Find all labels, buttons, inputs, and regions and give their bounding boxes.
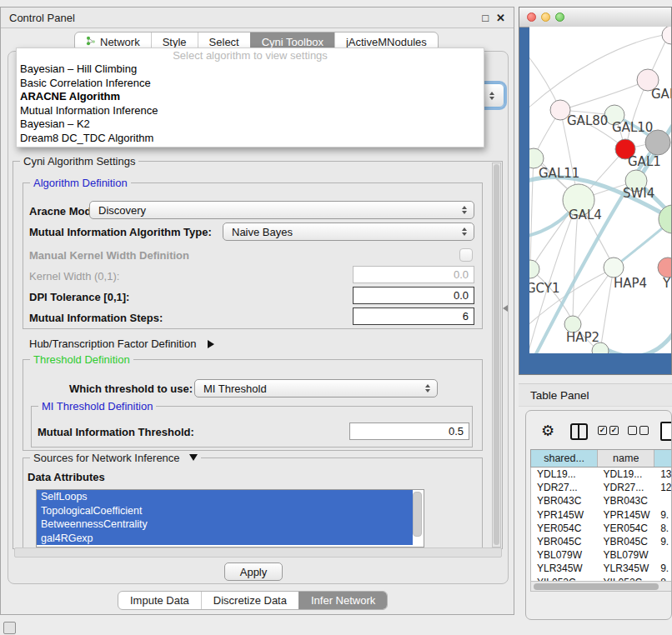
tab-label: Cyni Toolbox: [262, 36, 323, 48]
node-label-hap4: HAP4: [614, 276, 647, 291]
network-window-titlebar: [519, 8, 671, 28]
algorithm-option-basic-correlation-inference[interactable]: Basic Correlation Inference: [17, 77, 484, 91]
attribute-item-gal4rgexp[interactable]: gal4RGexp: [37, 532, 413, 546]
column-header-shared[interactable]: shared...: [531, 450, 597, 467]
combo-arrows-icon: [462, 228, 467, 236]
algorithm-option-dream8-dc-tdc-algorithm[interactable]: Dream8 DC_TDC Algorithm: [17, 132, 484, 146]
close-traffic-light-icon[interactable]: [527, 12, 536, 22]
control-panel-window: Control Panel □ ✕ NetworkStyleSelectCyni…: [0, 7, 514, 615]
table-panel-window: ⚙✓✓ shared...name YDL19...YDL19...13YDR2…: [525, 410, 672, 620]
gear-icon[interactable]: ⚙: [541, 422, 554, 440]
dpi-tolerance-field[interactable]: [353, 287, 474, 304]
table-hscroll-thumb[interactable]: [534, 583, 659, 590]
table-horizontal-scrollbar[interactable]: [530, 581, 672, 592]
node-label-gal80: GAL80: [567, 113, 608, 128]
mi-threshold-label: Mutual Information Threshold:: [38, 426, 194, 438]
table-cell: YDR27...: [598, 482, 655, 493]
node-top-partial[interactable]: [662, 27, 672, 44]
table-cell: YBR043C: [531, 495, 598, 507]
table-row[interactable]: YBR043CYBR043C: [531, 494, 672, 508]
settings-group-title: Cyni Algorithm Settings: [20, 155, 138, 168]
table-cell: 9.: [654, 562, 672, 574]
aracne-mode-combo[interactable]: Discovery: [89, 201, 474, 219]
which-threshold-label: Which threshold to use:: [69, 382, 193, 395]
algorithm-option-bayesian-k2[interactable]: Bayesian – K2: [17, 118, 484, 132]
manual-kernel-width-checkbox[interactable]: [459, 248, 473, 262]
table-cell: YBL079W: [531, 549, 598, 561]
table-row[interactable]: YDR27...YDR27...12: [531, 481, 672, 494]
table-cell: YLR345W: [598, 562, 655, 574]
table-cell: 9.: [654, 509, 672, 521]
mi-threshold-field[interactable]: [349, 422, 469, 440]
table-row[interactable]: YBR045CYBR045C9.: [531, 535, 672, 548]
algorithm-option-mutual-information-inference[interactable]: Mutual Information Inference: [17, 104, 484, 118]
tab-discretize-data[interactable]: Discretize Data: [201, 592, 298, 609]
splitter-collapse-icon[interactable]: [503, 305, 508, 312]
hub-section-toggle[interactable]: Hub/Transcription Factor Definition: [29, 338, 214, 350]
mi-steps-field[interactable]: [353, 308, 474, 325]
data-attributes-list[interactable]: SelfLoopsTopologicalCoefficientBetweenne…: [36, 489, 424, 548]
attributes-scrollbar-thumb[interactable]: [413, 492, 422, 537]
kernel-width-field[interactable]: [353, 266, 474, 283]
settings-scrollbar[interactable]: [492, 162, 501, 548]
table-row[interactable]: YLR345WYLR345W9.: [531, 562, 672, 575]
aracne-mode-value: Discovery: [98, 204, 146, 217]
apply-button[interactable]: Apply: [224, 562, 283, 581]
network-svg: GALGAL80GAL10GAL1GAL11SWI4GAL4GCY1HAP4YH…: [529, 27, 672, 353]
column-header-col3[interactable]: [654, 450, 672, 467]
table-row[interactable]: YDL19...YDL19...13: [531, 468, 672, 481]
node-hap4[interactable]: [604, 258, 624, 278]
sources-group-title[interactable]: Sources for Network Inference: [30, 452, 201, 464]
document-icon[interactable]: [660, 422, 672, 441]
table-cell: YBL079W: [598, 549, 655, 561]
expand-right-icon[interactable]: [208, 340, 214, 348]
attribute-item-betweennesscentrality[interactable]: BetweennessCentrality: [37, 518, 413, 532]
attribute-item-selfloops[interactable]: SelfLoops: [37, 490, 413, 504]
which-threshold-combo[interactable]: MI Threshold: [194, 379, 438, 398]
collapse-down-icon[interactable]: [189, 454, 198, 461]
zoom-traffic-light-icon[interactable]: [555, 12, 564, 22]
algorithm-option-bayesian-hill-climbing[interactable]: Bayesian – Hill Climbing: [17, 62, 484, 77]
table-row[interactable]: YBL079WYBL079W: [531, 548, 672, 562]
mi-algorithm-type-label: Mutual Information Algorithm Type:: [29, 226, 212, 238]
mi-algorithm-type-combo[interactable]: Naive Bayes: [223, 222, 474, 241]
tab-label: jActiveMNodules: [346, 36, 427, 48]
table-row[interactable]: YER054CYER054C8.: [531, 522, 672, 535]
algorithm-dropdown-placeholder: Select algorithm to view settings: [17, 48, 484, 62]
split-columns-icon[interactable]: [570, 423, 588, 440]
tab-label: Network: [100, 36, 140, 48]
combo-arrows-icon: [489, 92, 494, 100]
settings-scrollbar-thumb[interactable]: [494, 164, 499, 545]
manual-kernel-width-label: Manual Kernel Width Definition: [29, 249, 189, 262]
node-label-gcy1: GCY1: [529, 281, 560, 296]
control-panel-bottom-tabs: Impute DataDiscretize DataInfer Network: [118, 591, 388, 610]
table-cell: YDL19...: [598, 468, 655, 480]
select-all-icon[interactable]: ✓✓: [598, 426, 619, 435]
column-header-name[interactable]: name: [597, 450, 654, 467]
algorithm-option-aracne-algorithm[interactable]: ARACNE Algorithm: [17, 90, 484, 104]
attribute-item-topologicalcoefficient[interactable]: TopologicalCoefficient: [37, 504, 413, 518]
node-label-gal11: GAL11: [539, 166, 579, 181]
network-canvas[interactable]: GALGAL80GAL10GAL1GAL11SWI4GAL4GCY1HAP4YH…: [529, 27, 672, 353]
deselect-all-icon[interactable]: [628, 426, 649, 435]
maximize-icon[interactable]: □: [482, 12, 489, 24]
unchecked-box-icon: [639, 426, 649, 435]
node-label-gal4: GAL4: [569, 208, 602, 222]
table-toolbar: ⚙✓✓: [526, 421, 671, 442]
table-cell: 13: [654, 468, 672, 480]
table-cell: YER054C: [598, 522, 655, 534]
kernel-width-label: Kernel Width (0,1):: [29, 270, 119, 282]
algorithm-dropdown-popup: Select algorithm to view settings Bayesi…: [16, 48, 484, 148]
tab-infer-network[interactable]: Infer Network: [298, 592, 387, 609]
minimize-traffic-light-icon[interactable]: [541, 12, 550, 22]
tab-impute-data[interactable]: Impute Data: [118, 592, 201, 609]
node-salmon-node[interactable]: [658, 258, 672, 278]
table-body: YDL19...YDL19...13YDR27...YDR27...12YBR0…: [530, 468, 672, 581]
hub-section-label: Hub/Transcription Factor Definition: [29, 338, 196, 350]
collapsed-panel-icon[interactable]: [3, 622, 16, 634]
close-icon[interactable]: ✕: [496, 12, 505, 24]
table-cell: YBR043C: [598, 495, 655, 507]
table-row[interactable]: YPR145WYPR145W9.: [531, 508, 672, 522]
algorithm-dropdown-items: Bayesian – Hill ClimbingBasic Correlatio…: [17, 62, 484, 145]
table-cell: YDL19...: [531, 468, 598, 480]
